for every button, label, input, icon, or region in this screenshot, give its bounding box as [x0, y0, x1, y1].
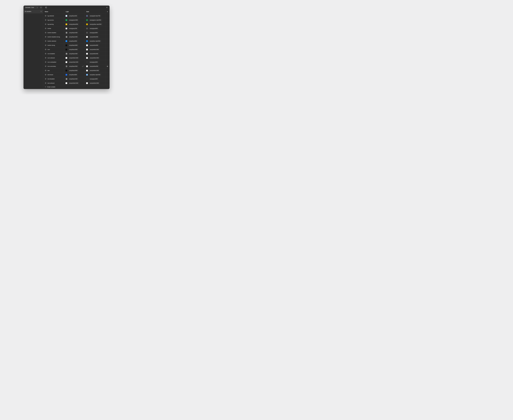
cell-light[interactable]: ramp/yellow/500: [64, 22, 85, 26]
cell-name[interactable]: icon-ondisabled: [43, 60, 64, 64]
cell-name[interactable]: icon-disabled: [43, 52, 64, 56]
value-pill: ramp/grey/600: [89, 32, 99, 34]
svg-point-19: [46, 28, 46, 28]
cell-dark[interactable]: ramp/green dark/500: [85, 18, 105, 22]
svg-point-37: [46, 53, 46, 53]
cell-dark[interactable]: ramp/grey/600: [85, 26, 105, 30]
svg-point-41: [45, 58, 46, 58]
cell-light[interactable]: ramp/black/500: [64, 64, 85, 68]
color-swatch: [66, 19, 67, 21]
cell-name[interactable]: text: [43, 68, 64, 73]
color-swatch: [66, 82, 67, 84]
cell-end: [105, 35, 110, 39]
cell-dark[interactable]: ramp/white/1000: [85, 68, 105, 73]
cell-name[interactable]: bg-warning: [43, 22, 64, 26]
cell-dark[interactable]: ramp/white/800: [85, 43, 105, 47]
create-variable-button[interactable]: Create variable: [43, 85, 110, 89]
cell-light[interactable]: ramp/blue/600: [64, 73, 85, 77]
svg-point-21: [45, 32, 46, 33]
cell-name[interactable]: border-strong: [43, 43, 64, 47]
cell-dark[interactable]: ramp/pale blue/700: [85, 14, 105, 18]
cell-light[interactable]: ramp/black/400: [64, 77, 85, 81]
cell-light[interactable]: ramp/green/500: [64, 18, 85, 22]
svg-point-55: [107, 66, 108, 67]
palette-icon: [45, 23, 46, 25]
variable-name: icon-onbrand: [48, 57, 55, 59]
more-options-button[interactable]: [39, 6, 42, 9]
cell-light[interactable]: ramp/white/1000: [64, 60, 85, 64]
sidebar-item-all-variables[interactable]: All variables 30: [23, 10, 43, 14]
value-pill: ramp/blue dark/500: [89, 40, 101, 42]
cell-name[interactable]: icon-onbrand: [43, 56, 64, 60]
svg-point-0: [40, 8, 40, 8]
cell-name[interactable]: border: [43, 26, 64, 30]
color-swatch: [86, 32, 88, 34]
color-swatch: [66, 74, 67, 75]
cell-light[interactable]: ramp/black/800: [64, 68, 85, 73]
value-pill: ramp/black/400: [68, 36, 78, 38]
cell-light[interactable]: ramp/black/400: [64, 31, 85, 35]
cell-dark[interactable]: ramp/white/1000: [85, 81, 105, 85]
column-header-name[interactable]: Name: [43, 10, 64, 14]
cell-dark[interactable]: ramp/grey/800: [85, 60, 105, 64]
column-header-light[interactable]: Light: [64, 10, 85, 14]
collection-select[interactable]: Semantic: Color: [24, 6, 39, 9]
value-pill: ramp/white/400: [89, 36, 99, 38]
value-pill: ramp/white/1000: [89, 82, 100, 84]
topbar-right: [43, 6, 110, 9]
value-pill: ramp/black/400: [68, 78, 78, 80]
cell-light[interactable]: ramp/blue/500: [64, 39, 85, 43]
cell-light[interactable]: ramp/black/800: [64, 43, 85, 47]
add-mode-button[interactable]: [106, 10, 109, 13]
color-swatch: [66, 70, 67, 71]
svg-point-39: [45, 58, 46, 58]
variable-name: text-onbrand: [48, 82, 54, 84]
cell-light[interactable]: ramp/black/800: [64, 47, 85, 52]
cell-name[interactable]: icon: [43, 47, 64, 52]
color-swatch: [66, 61, 67, 63]
cell-name[interactable]: border-disabled: [43, 31, 64, 35]
cell-name[interactable]: bg-success: [43, 18, 64, 22]
palette-icon: [45, 82, 46, 84]
column-header-dark[interactable]: Dark: [85, 10, 105, 14]
cell-dark[interactable]: ramp/white/400: [85, 52, 105, 56]
cell-name[interactable]: bg-selected: [43, 14, 64, 18]
svg-point-13: [46, 20, 46, 20]
cell-name[interactable]: icon-secondary: [43, 64, 64, 68]
value-pill: ramp/black/400: [68, 32, 78, 34]
cell-name[interactable]: text-onbrand: [43, 81, 64, 85]
cell-dark[interactable]: ramp/blue dark/500: [85, 39, 105, 43]
cell-end: [105, 26, 110, 30]
close-button[interactable]: [106, 6, 108, 9]
variables-panel: Semantic: Color All variables 30: [23, 6, 110, 89]
svg-point-64: [45, 79, 46, 79]
sidebar-toggle-button[interactable]: [45, 6, 47, 9]
cell-light[interactable]: ramp/white/1000: [64, 56, 85, 60]
cell-name[interactable]: border-disabled-strong: [43, 35, 64, 39]
cell-light[interactable]: ramp/grey/200: [64, 26, 85, 30]
palette-icon: [45, 45, 46, 46]
cell-name[interactable]: text-brand: [43, 73, 64, 77]
cell-light[interactable]: ramp/white/1000: [64, 81, 85, 85]
svg-point-53: [107, 66, 107, 66]
cell-dark[interactable]: ramp/grey/800: [85, 77, 105, 81]
cell-dark[interactable]: ramp/grey/600: [85, 31, 105, 35]
cell-dark[interactable]: ramp/white/500: [85, 64, 105, 68]
detach-icon[interactable]: [82, 66, 84, 67]
cell-light[interactable]: ramp/black/400: [64, 52, 85, 56]
cell-light[interactable]: ramp/black/400: [64, 35, 85, 39]
value-pill: ramp/pale blue/700: [89, 15, 101, 17]
cell-dark[interactable]: ramp/white/1000: [85, 47, 105, 52]
row-settings-button[interactable]: [107, 66, 108, 67]
color-swatch: [86, 57, 88, 59]
cell-dark[interactable]: ramp/white/400: [85, 35, 105, 39]
svg-point-30: [45, 45, 46, 45]
cell-name[interactable]: border-selected: [43, 39, 64, 43]
cell-dark[interactable]: ramp/yellow dark/500: [85, 22, 105, 26]
svg-point-69: [45, 83, 46, 83]
cell-dark[interactable]: ramp/white/1000: [85, 56, 105, 60]
svg-point-36: [45, 53, 46, 54]
cell-dark[interactable]: ramp/blue dark/400: [85, 73, 105, 77]
cell-light[interactable]: ramp/blue/200: [64, 14, 85, 18]
cell-name[interactable]: text-disabled: [43, 77, 64, 81]
